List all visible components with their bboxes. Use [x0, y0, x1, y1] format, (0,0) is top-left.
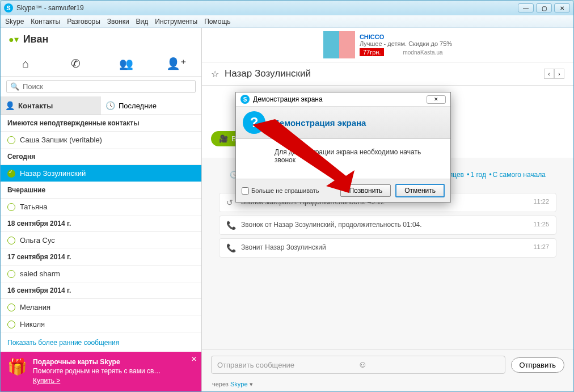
cancel-button[interactable]: Отменить [395, 184, 445, 197]
status-icon [7, 203, 15, 211]
show-earlier-link[interactable]: Показать более ранние сообщения [1, 333, 201, 352]
dialog-body: Для демонстрации экрана необходимо начат… [236, 139, 450, 179]
list-item[interactable]: Татьяна [1, 199, 201, 216]
list-group: 18 сентября 2014 г. [1, 216, 201, 232]
home-button[interactable]: ⌂ [14, 56, 37, 71]
status-icon [7, 321, 15, 328]
list-group: 16 сентября 2014 г. [1, 283, 201, 299]
phone-icon: 📞 [226, 243, 237, 252]
tab-contacts[interactable]: 👤Контакты [1, 96, 101, 115]
status-icon [7, 136, 15, 144]
list-item[interactable]: Назар Зозулинский [1, 165, 201, 182]
skype-logo-icon: S [4, 3, 13, 12]
via-skype-link[interactable]: Skype [230, 381, 248, 387]
call-button[interactable]: Позвонить [340, 184, 391, 197]
list-item[interactable]: Ольга Сус [1, 232, 201, 249]
nav-prev-button[interactable]: ‹ [544, 69, 554, 79]
search-icon: 🔍 [10, 82, 19, 91]
list-group: 17 сентября 2014 г. [1, 249, 201, 265]
user-name: Иван [23, 33, 49, 45]
call-phone-button[interactable]: ✆ [65, 56, 87, 71]
skype-logo-icon: S [240, 95, 250, 104]
call-event: 📞 Звонит Назар Зозулинский 11:27 [219, 238, 556, 258]
status-icon [7, 270, 15, 278]
tab-recent[interactable]: 🕓Последние [101, 96, 201, 115]
dont-ask-checkbox[interactable]: Больше не спрашивать [242, 187, 336, 195]
list-group: Вчерашние [1, 182, 201, 199]
message-input[interactable]: Отправить сообщение ☺ [211, 356, 505, 374]
status-icon [7, 304, 15, 311]
menu-bar: Skype Контакты Разговоры Звонки Вид Инст… [1, 15, 573, 28]
menu-tools[interactable]: Инструменты [155, 18, 197, 26]
person-icon: 👤 [5, 101, 15, 110]
menu-view[interactable]: Вид [136, 18, 149, 26]
question-icon: ? [243, 111, 265, 134]
promo-line: Помогите родным не терять с вами св… [33, 366, 161, 376]
window-title: Skype™ - samvufer19 [16, 4, 518, 12]
menu-conversations[interactable]: Разговоры [67, 18, 100, 26]
close-button[interactable]: ✕ [554, 3, 570, 12]
status-icon [7, 170, 15, 178]
dialog-title: Демонстрация экрана [253, 95, 323, 103]
clock-icon: 🕓 [105, 101, 115, 110]
promo-banner[interactable]: 🎁 Подарочные карты Skype Помогите родным… [1, 352, 201, 391]
ad-brand: CHICCO [360, 33, 452, 40]
list-item[interactable]: Саша Запшик (veritable) [1, 132, 201, 149]
screen-share-dialog: S Демонстрация экрана ✕ ? Демонстрация э… [235, 92, 451, 203]
phone-icon: 📞 [226, 221, 237, 230]
filter-link[interactable]: 1 год [471, 171, 487, 179]
ad-image [323, 31, 355, 58]
filter-link[interactable]: С самого начала [493, 171, 546, 179]
current-user[interactable]: ●▾ Иван [1, 28, 201, 51]
list-group: Сегодня [1, 149, 201, 165]
presence-icon: ●▾ [9, 34, 19, 45]
nav-next-button[interactable]: › [554, 69, 564, 79]
ad-site: modnaKasta.ua [403, 49, 442, 56]
call-event: 📞 Звонок от Назар Зозулинский, продолжит… [219, 216, 556, 235]
send-button[interactable]: Отправить [511, 357, 564, 373]
menu-calls[interactable]: Звонки [107, 18, 129, 26]
menu-help[interactable]: Помощь [204, 18, 230, 26]
list-item[interactable]: Николя [1, 316, 201, 333]
list-item[interactable]: Мелания [1, 299, 201, 316]
status-icon [7, 237, 15, 245]
dialog-close-button[interactable]: ✕ [427, 95, 446, 104]
ad-line: Лучшее - детям. Скидки до 75% [360, 40, 452, 47]
add-contact-button[interactable]: 👤⁺ [165, 56, 188, 71]
menu-skype[interactable]: Skype [5, 18, 24, 26]
minimize-button[interactable]: — [518, 3, 534, 12]
main-panel: CHICCO Лучшее - детям. Скидки до 75% 77г… [202, 28, 573, 391]
title-bar: S Skype™ - samvufer19 — ▢ ✕ [1, 1, 573, 15]
message-composer: Отправить сообщение ☺ Отправить [202, 349, 573, 380]
gift-icon: 🎁 [7, 357, 27, 386]
checkbox-input[interactable] [242, 187, 249, 195]
promo-buy-link[interactable]: Купить > [33, 376, 161, 386]
menu-contacts[interactable]: Контакты [31, 18, 60, 26]
favorite-star-icon[interactable]: ☆ [211, 69, 219, 79]
contact-name: Назар Зозулинский [225, 68, 311, 79]
emoji-button[interactable]: ☺ [358, 360, 499, 370]
promo-title: Подарочные карты Skype [33, 357, 161, 367]
contact-list: Имеются неподтвержденные контакты Саша З… [1, 115, 201, 352]
promo-close-button[interactable]: ✕ [191, 355, 197, 363]
maximize-button[interactable]: ▢ [536, 3, 552, 12]
list-group: Имеются неподтвержденные контакты [1, 115, 201, 132]
conversation-header: ☆ Назар Зозулинский ‹ › [202, 62, 573, 86]
list-item[interactable]: saied sharm [1, 265, 201, 283]
via-line: через Skype ▾ [202, 380, 573, 391]
ad-banner[interactable]: CHICCO Лучшее - детям. Скидки до 75% 77г… [202, 28, 573, 62]
video-icon: 🎥 [219, 134, 228, 143]
group-button[interactable]: 👥 [115, 56, 137, 71]
ad-price: 77грн. [360, 48, 385, 56]
search-box[interactable]: 🔍 [6, 80, 196, 93]
search-input[interactable] [23, 82, 192, 91]
dialog-heading: Демонстрация экрана [273, 118, 366, 128]
sidebar: ●▾ Иван ⌂ ✆ 👥 👤⁺ 🔍 👤Контакты 🕓Последние … [1, 28, 202, 391]
